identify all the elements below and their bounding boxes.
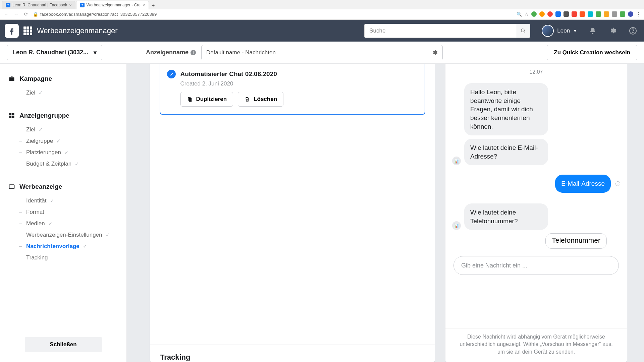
toolbar: Leon R. Chaudhari (3032... ▾ Anzeigennam… <box>0 42 644 64</box>
svg-point-3 <box>633 32 633 33</box>
quick-creation-button[interactable]: Zu Quick Creation wechseln <box>547 45 637 60</box>
close-icon[interactable]: × <box>143 3 145 8</box>
duplicate-button[interactable]: Duplizieren <box>180 92 233 107</box>
bot-message: Hallo Leon, bitte beantworte einige Frag… <box>464 83 548 135</box>
sidebar: Kampagne Ziel✓ Anzeigengruppe Ziel✓ Ziel… <box>0 64 127 362</box>
extension-icon[interactable] <box>604 11 609 17</box>
extension-icon[interactable] <box>620 11 625 17</box>
message-row: Hallo Leon, bitte beantworte einige Frag… <box>452 83 620 135</box>
extension-icon[interactable] <box>588 11 593 17</box>
forward-icon[interactable]: → <box>13 11 19 17</box>
svg-point-0 <box>521 29 524 32</box>
user-menu[interactable]: Leon ▼ <box>542 25 577 37</box>
check-icon: ✓ <box>48 221 53 227</box>
chevron-down-icon: ▼ <box>573 29 577 33</box>
reload-icon[interactable]: ⟳ <box>23 11 30 17</box>
new-tab-button[interactable]: + <box>150 2 157 9</box>
bot-avatar-icon: 📊 <box>452 157 461 165</box>
lock-icon: 🔒 <box>33 12 38 17</box>
username: Leon <box>557 27 570 34</box>
extension-icon[interactable] <box>596 11 601 17</box>
check-icon: ✓ <box>64 149 69 156</box>
avatar <box>542 25 554 37</box>
sidebar-item-media[interactable]: Medien✓ <box>16 218 118 229</box>
fb-logo-icon[interactable] <box>5 24 19 38</box>
extension-icon[interactable] <box>547 11 553 17</box>
quick-reply-option[interactable]: Telefonnummer <box>545 233 607 249</box>
sidebar-item-ziel[interactable]: Ziel✓ <box>16 87 118 99</box>
search-button[interactable] <box>516 24 530 38</box>
extension-icons: 🔍 ☆ ⋮ <box>517 11 641 17</box>
section-heading[interactable]: Anzeigengruppe <box>8 112 118 119</box>
close-icon[interactable]: × <box>69 3 72 8</box>
extension-icon[interactable] <box>539 11 545 17</box>
address-bar: ← → ⟳ 🔒 facebook.com/adsmanager/creation… <box>0 9 644 19</box>
extension-icon[interactable] <box>555 11 561 17</box>
search-input[interactable] <box>365 27 516 34</box>
close-button[interactable]: Schließen <box>25 337 102 352</box>
sidebar-item-template[interactable]: Nachrichtenvorlage✓ <box>16 241 118 252</box>
facebook-favicon-icon <box>6 3 10 7</box>
tab-title: Leon R. Chaudhari | Facebook <box>12 3 67 7</box>
sidebar-item-zielgruppe[interactable]: Zielgruppe✓ <box>16 135 118 147</box>
account-dropdown[interactable]: Leon R. Chaudhari (3032... ▾ <box>7 45 102 60</box>
message-row: 📊 Wie lautet deine E-Mail-Adresse? <box>452 139 620 165</box>
help-icon[interactable] <box>629 26 637 35</box>
profile-icon[interactable] <box>628 11 633 17</box>
tracking-heading: Tracking <box>150 345 435 362</box>
extension-icon[interactable] <box>612 11 617 17</box>
content: Automatisierter Chat 02.06.2020 Created … <box>127 64 644 362</box>
check-icon: ✓ <box>50 198 54 204</box>
template-subtitle: Created 2. Juni 2020 <box>180 80 418 87</box>
gear-icon[interactable] <box>608 26 617 35</box>
extension-icon[interactable] <box>572 11 577 17</box>
svg-rect-4 <box>9 113 12 116</box>
sidebar-item-format[interactable]: Format <box>16 206 118 218</box>
sidebar-item-ziel[interactable]: Ziel✓ <box>16 124 118 135</box>
preview-disclaimer: Diese Nachricht wird abhängig vom Gerät … <box>445 328 627 362</box>
svg-rect-8 <box>9 185 14 189</box>
user-message: E-Mail-Adresse <box>555 175 611 193</box>
chat-template-card[interactable]: Automatisierter Chat 02.06.2020 Created … <box>160 64 425 115</box>
section-heading[interactable]: Werbeanzeige <box>8 183 118 190</box>
account-label: Leon R. Chaudhari (3032... <box>12 49 88 56</box>
sidebar-item-settings[interactable]: Werbeanzeigen-Einstellungen✓ <box>16 229 118 241</box>
star-icon[interactable]: ☆ <box>525 12 529 17</box>
url-field[interactable]: 🔒 facebook.com/adsmanager/creation?act=3… <box>33 12 513 17</box>
delete-button[interactable]: Löschen <box>238 92 283 107</box>
message-row: 📊 Wie lautet deine Telefonnummer? <box>452 203 620 230</box>
section-heading[interactable]: Kampagne <box>8 75 118 82</box>
gear-icon[interactable] <box>432 50 438 56</box>
grid-icon <box>8 112 15 119</box>
apps-icon[interactable] <box>23 26 32 35</box>
fb-header: Werbeanzeigenmanager Leon ▼ <box>0 20 644 42</box>
tab-bar: Leon R. Chaudhari | Facebook × Werbeanze… <box>0 0 644 9</box>
sidebar-item-tracking[interactable]: Tracking <box>16 252 118 263</box>
browser-tab[interactable]: Werbeanzeigenmanager - Cre × <box>76 1 149 9</box>
app-title: Werbeanzeigenmanager <box>37 26 118 35</box>
sidebar-item-platzierungen[interactable]: Platzierungen✓ <box>16 147 118 158</box>
svg-rect-6 <box>9 116 12 118</box>
ad-name-input[interactable]: Default name - Nachrichten <box>201 45 443 60</box>
trash-icon <box>244 96 250 102</box>
check-icon: ✓ <box>39 127 43 133</box>
check-icon: ✓ <box>83 243 87 249</box>
svg-rect-7 <box>12 116 14 118</box>
url-text: facebook.com/adsmanager/creation?act=303… <box>40 12 157 17</box>
sidebar-item-identity[interactable]: Identität✓ <box>16 195 118 206</box>
menu-icon[interactable]: ⋮ <box>636 11 641 17</box>
svg-line-1 <box>524 32 525 33</box>
svg-rect-5 <box>12 113 14 116</box>
facebook-favicon-icon <box>80 3 85 7</box>
back-icon[interactable]: ← <box>3 11 9 17</box>
browser-tab[interactable]: Leon R. Chaudhari | Facebook × <box>2 1 75 9</box>
info-icon[interactable]: i <box>191 50 196 55</box>
extension-icon[interactable] <box>531 11 537 17</box>
message-input[interactable]: Gib eine Nachricht ein ... <box>453 256 619 275</box>
bell-icon[interactable] <box>588 26 597 35</box>
extension-icon[interactable] <box>580 11 585 17</box>
extension-icon[interactable] <box>564 11 569 17</box>
search-icon[interactable]: 🔍 <box>517 12 522 17</box>
search-box[interactable] <box>364 24 530 38</box>
sidebar-item-budget[interactable]: Budget & Zeitplan✓ <box>16 158 118 170</box>
